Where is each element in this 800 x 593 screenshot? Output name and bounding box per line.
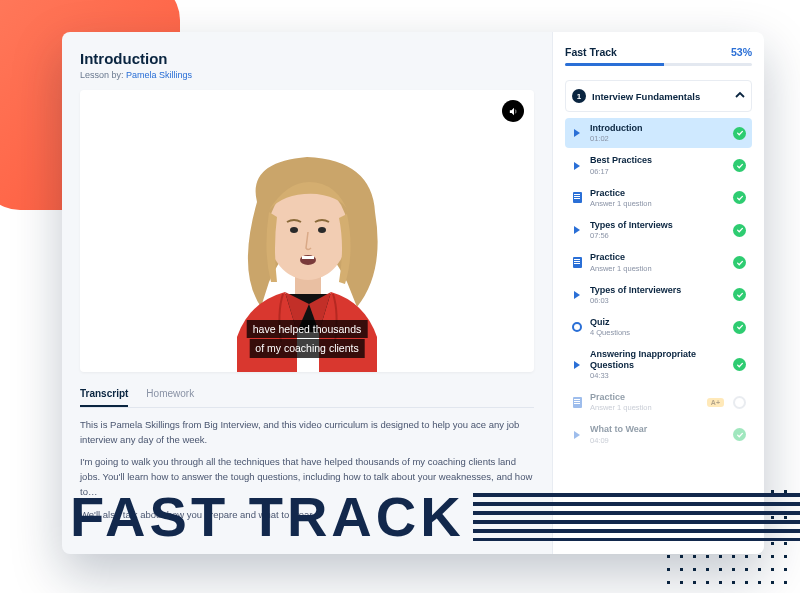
lesson-meta: Answer 1 question (590, 199, 726, 208)
lesson-name: Quiz (590, 317, 726, 327)
lesson-meta: Answer 1 question (590, 403, 700, 412)
lesson-meta: 07:56 (590, 231, 726, 240)
main-column: Introduction Lesson by: Pamela Skillings (62, 32, 552, 554)
chevron-up-icon (735, 90, 745, 102)
status-complete-icon (733, 127, 746, 140)
svg-point-3 (318, 227, 326, 233)
course-name: Fast Track (565, 46, 617, 58)
lesson-meta: 04:09 (590, 436, 726, 445)
lesson-meta: 01:02 (590, 134, 726, 143)
lesson-text: Types of Interviewers06:03 (590, 285, 726, 305)
lesson-name: Practice (590, 188, 726, 198)
lesson-name: Introduction (590, 123, 726, 133)
lesson-byline: Lesson by: Pamela Skillings (80, 70, 534, 80)
svg-rect-5 (302, 256, 314, 259)
lesson-name: Best Practices (590, 155, 726, 165)
lesson-text: Types of Interviews07:56 (590, 220, 726, 240)
status-complete-icon (733, 159, 746, 172)
lesson-item[interactable]: Answering Inappropriate Questions04:33 (565, 344, 752, 385)
lesson-name: Practice (590, 392, 700, 402)
status-incomplete-icon (733, 396, 746, 409)
status-complete-icon (733, 191, 746, 204)
lesson-meta: 04:33 (590, 371, 726, 380)
lesson-text: Answering Inappropriate Questions04:33 (590, 349, 726, 380)
transcript-paragraph: This is Pamela Skillings from Big Interv… (80, 418, 534, 447)
grade-badge: A+ (707, 398, 724, 407)
play-icon (571, 289, 583, 301)
banner-lines-icon (473, 493, 800, 541)
lesson-item[interactable]: Introduction01:02 (565, 118, 752, 148)
lesson-item[interactable]: Types of Interviews07:56 (565, 215, 752, 245)
status-complete-icon (733, 358, 746, 371)
play-icon (571, 224, 583, 236)
doc-icon (571, 192, 583, 204)
course-header: Fast Track 53% (565, 46, 752, 58)
progress-fill (565, 63, 664, 66)
lesson-meta: 06:03 (590, 296, 726, 305)
sound-toggle[interactable] (502, 100, 524, 122)
content-tabs: Transcript Homework (80, 382, 534, 408)
lesson-item[interactable]: PracticeAnswer 1 questionA+ (565, 387, 752, 417)
lesson-meta: Answer 1 question (590, 264, 726, 273)
course-sidebar: Fast Track 53% 1 Interview Fundamentals … (552, 32, 764, 554)
doc-icon (571, 257, 583, 269)
status-complete-icon (733, 428, 746, 441)
lesson-item[interactable]: PracticeAnswer 1 question (565, 247, 752, 277)
lesson-item[interactable]: PracticeAnswer 1 question (565, 183, 752, 213)
lesson-item[interactable]: Best Practices06:17 (565, 150, 752, 180)
tab-transcript[interactable]: Transcript (80, 382, 128, 407)
status-complete-icon (733, 224, 746, 237)
video-captions: have helped thousands of my coaching cli… (247, 319, 368, 358)
video-player[interactable]: have helped thousands of my coaching cli… (80, 90, 534, 372)
lesson-item[interactable]: What to Wear04:09 (565, 419, 752, 449)
play-icon (571, 429, 583, 441)
lesson-text: Introduction01:02 (590, 123, 726, 143)
lesson-meta: 06:17 (590, 167, 726, 176)
lesson-list: Introduction01:02Best Practices06:17Prac… (565, 118, 752, 450)
lesson-text: PracticeAnswer 1 question (590, 392, 700, 412)
lesson-name: Answering Inappropriate Questions (590, 349, 726, 370)
lesson-text: Quiz4 Questions (590, 317, 726, 337)
lesson-name: Practice (590, 252, 726, 262)
lesson-item[interactable]: Types of Interviewers06:03 (565, 280, 752, 310)
banner-text: FAST TRACK (70, 484, 465, 549)
play-icon (571, 127, 583, 139)
svg-point-2 (290, 227, 298, 233)
lesson-text: What to Wear04:09 (590, 424, 726, 444)
progress-bar (565, 63, 752, 66)
lesson-text: PracticeAnswer 1 question (590, 252, 726, 272)
status-complete-icon (733, 288, 746, 301)
doc-icon (571, 396, 583, 408)
quiz-icon (571, 321, 583, 333)
play-icon (571, 359, 583, 371)
lesson-item[interactable]: Quiz4 Questions (565, 312, 752, 342)
lesson-text: Best Practices06:17 (590, 155, 726, 175)
section-toggle[interactable]: 1 Interview Fundamentals (565, 80, 752, 112)
progress-percent: 53% (731, 46, 752, 58)
status-complete-icon (733, 256, 746, 269)
lesson-name: Types of Interviews (590, 220, 726, 230)
lesson-title: Introduction (80, 50, 534, 67)
caption-line: of my coaching clients (249, 339, 364, 358)
section-number: 1 (572, 89, 586, 103)
caption-line: have helped thousands (247, 320, 368, 339)
fast-track-banner: FAST TRACK (70, 484, 800, 549)
lesson-text: PracticeAnswer 1 question (590, 188, 726, 208)
section-title: Interview Fundamentals (592, 91, 700, 102)
tab-homework[interactable]: Homework (146, 382, 194, 407)
status-complete-icon (733, 321, 746, 334)
lesson-meta: 4 Questions (590, 328, 726, 337)
lesson-name: What to Wear (590, 424, 726, 434)
by-label: Lesson by: (80, 70, 124, 80)
app-window: Introduction Lesson by: Pamela Skillings (62, 32, 764, 554)
lesson-name: Types of Interviewers (590, 285, 726, 295)
play-icon (571, 160, 583, 172)
author-link[interactable]: Pamela Skillings (126, 70, 192, 80)
